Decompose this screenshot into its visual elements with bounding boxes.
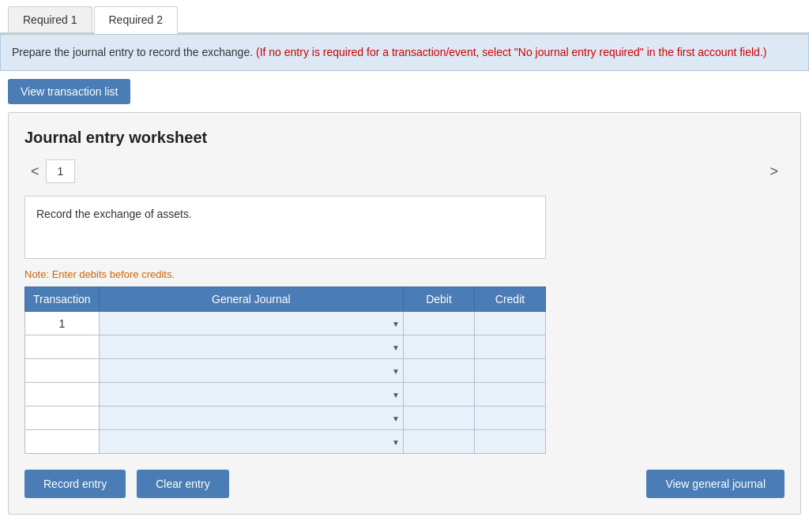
debit-input[interactable] bbox=[404, 430, 474, 453]
table-row bbox=[25, 383, 546, 406]
tab-required1[interactable]: Required 1 bbox=[8, 6, 92, 32]
table-row bbox=[25, 359, 546, 383]
note-text: Note: Enter debits before credits. bbox=[24, 268, 785, 280]
credit-cell[interactable] bbox=[475, 359, 546, 383]
tab-required2[interactable]: Required 2 bbox=[94, 6, 179, 34]
credit-input[interactable] bbox=[475, 383, 545, 406]
credit-cell[interactable] bbox=[475, 312, 546, 335]
credit-input[interactable] bbox=[475, 335, 545, 358]
worksheet-title: Journal entry worksheet bbox=[24, 129, 785, 147]
general-journal-cell[interactable] bbox=[99, 406, 403, 430]
clear-entry-button[interactable]: Clear entry bbox=[137, 470, 228, 498]
col-header-credit: Credit bbox=[475, 287, 546, 312]
worksheet-container: Journal entry worksheet < 1 > Record the… bbox=[8, 112, 801, 515]
credit-cell[interactable] bbox=[475, 430, 546, 454]
debit-cell[interactable] bbox=[404, 335, 475, 359]
info-main-text: Prepare the journal entry to record the … bbox=[12, 46, 253, 58]
col-header-debit: Debit bbox=[404, 287, 475, 312]
info-red-text: (If no entry is required for a transacti… bbox=[256, 46, 766, 58]
debit-cell[interactable] bbox=[404, 406, 475, 430]
general-journal-input[interactable] bbox=[100, 383, 403, 406]
credit-input[interactable] bbox=[475, 359, 545, 382]
general-journal-cell[interactable] bbox=[99, 312, 403, 335]
transaction-cell bbox=[25, 430, 100, 454]
page-number[interactable]: 1 bbox=[46, 159, 76, 183]
col-header-transaction: Transaction bbox=[25, 287, 100, 312]
transaction-cell bbox=[25, 335, 100, 359]
credit-input[interactable] bbox=[475, 430, 545, 453]
debit-input[interactable] bbox=[404, 312, 474, 335]
transaction-cell bbox=[25, 406, 100, 430]
credit-cell[interactable] bbox=[475, 335, 546, 359]
view-transaction-button[interactable]: View transaction list bbox=[8, 79, 130, 104]
debit-input[interactable] bbox=[404, 406, 474, 429]
debit-input[interactable] bbox=[404, 335, 474, 358]
general-journal-input[interactable] bbox=[100, 312, 403, 335]
general-journal-cell[interactable] bbox=[99, 383, 403, 406]
credit-input[interactable] bbox=[475, 312, 545, 335]
table-row bbox=[25, 335, 546, 359]
debit-cell[interactable] bbox=[404, 430, 475, 454]
general-journal-input[interactable] bbox=[100, 406, 403, 429]
general-journal-input[interactable] bbox=[100, 430, 403, 453]
transaction-cell bbox=[25, 359, 100, 383]
table-row: 1 bbox=[25, 312, 546, 335]
nav-left-arrow[interactable]: < bbox=[24, 160, 46, 183]
table-row bbox=[25, 406, 546, 430]
bottom-buttons: Record entry Clear entry View general jo… bbox=[24, 470, 785, 498]
debit-input[interactable] bbox=[404, 383, 474, 406]
info-bar: Prepare the journal entry to record the … bbox=[0, 34, 809, 71]
record-entry-button[interactable]: Record entry bbox=[24, 470, 126, 498]
debit-input[interactable] bbox=[404, 359, 474, 382]
general-journal-cell[interactable] bbox=[99, 359, 403, 383]
view-general-journal-button[interactable]: View general journal bbox=[646, 470, 785, 498]
transaction-cell bbox=[25, 383, 100, 406]
general-journal-cell[interactable] bbox=[99, 335, 403, 359]
credit-cell[interactable] bbox=[475, 383, 546, 406]
debit-cell[interactable] bbox=[404, 312, 475, 335]
general-journal-input[interactable] bbox=[100, 335, 403, 358]
debit-cell[interactable] bbox=[404, 383, 475, 406]
credit-input[interactable] bbox=[475, 406, 545, 429]
col-header-gj: General Journal bbox=[99, 287, 403, 312]
general-journal-input[interactable] bbox=[100, 359, 403, 382]
journal-table: Transaction General Journal Debit Credit… bbox=[24, 287, 546, 454]
general-journal-cell[interactable] bbox=[99, 430, 403, 454]
nav-right-arrow[interactable]: > bbox=[763, 160, 785, 183]
tabs-container: Required 1 Required 2 bbox=[0, 0, 809, 34]
transaction-cell: 1 bbox=[25, 312, 100, 335]
description-box: Record the exchange of assets. bbox=[24, 196, 546, 259]
credit-cell[interactable] bbox=[475, 406, 546, 430]
page-nav: < 1 > bbox=[24, 159, 785, 183]
debit-cell[interactable] bbox=[404, 359, 475, 383]
table-row bbox=[25, 430, 546, 454]
